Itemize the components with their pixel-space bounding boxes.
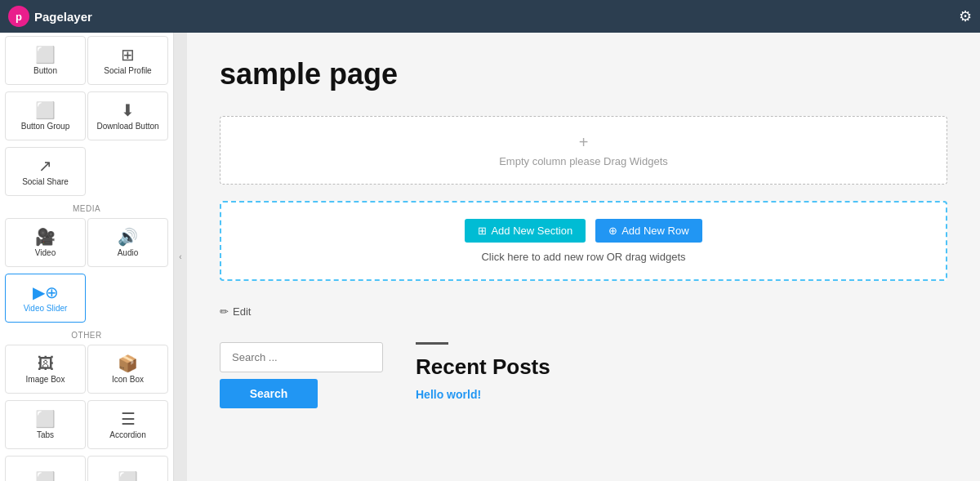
icon-box-icon: 📦: [118, 355, 138, 372]
add-section-buttons: ⊞ Add New Section ⊕ Add New Row: [238, 219, 929, 243]
sidebar-item-label: Video: [35, 248, 56, 257]
sidebar-grid-media: 🎥 Video 🔊 Audio: [0, 215, 173, 270]
logo-text: Pagelayer: [34, 10, 92, 24]
logo: p Pagelayer: [8, 6, 92, 27]
canvas: sample page + Empty column please Drag W…: [187, 33, 980, 481]
sidebar-item-label: Button Group: [21, 122, 69, 131]
sidebar-item-tabs[interactable]: ⬜ Tabs: [5, 400, 86, 449]
add-row-icon: ⊕: [608, 225, 617, 237]
pencil-icon: ✏: [220, 305, 229, 318]
sidebar-item-extra1[interactable]: ⬜: [5, 456, 86, 481]
button-icon: ⬜: [35, 47, 56, 63]
image-box-icon: 🖼: [38, 355, 54, 372]
sidebar-item-label: Accordion: [109, 430, 145, 439]
sidebar-item-label: Download Button: [96, 122, 158, 131]
search-widget: Search: [220, 342, 383, 408]
logo-icon: p: [8, 6, 29, 27]
sidebar-grid-video-slider: ▶⊕ Video Slider: [0, 270, 173, 326]
sidebar-grid-social-share: ↗ Social Share: [0, 144, 173, 199]
recent-posts-link[interactable]: Hello world!: [416, 388, 550, 401]
button-group-icon: ⬜: [35, 102, 56, 118]
sidebar-item-label: Audio: [118, 248, 139, 257]
empty-column-text: Empty column please Drag Widgets: [499, 155, 668, 167]
sidebar-item-label: Social Share: [22, 177, 69, 186]
sidebar-item-image-box[interactable]: 🖼 Image Box: [5, 345, 86, 394]
accordion-icon: ☰: [121, 411, 136, 427]
empty-column[interactable]: + Empty column please Drag Widgets: [220, 116, 947, 185]
social-share-icon: ↗: [38, 158, 52, 174]
sidebar-item-label: Tabs: [37, 430, 54, 439]
sidebar-grid-other: 🖼 Image Box 📦 Icon Box: [0, 341, 173, 397]
video-icon: 🎥: [35, 229, 56, 245]
gear-icon[interactable]: ⚙: [959, 7, 972, 25]
sidebar-grid-tabs: ⬜ Tabs ☰ Accordion: [0, 397, 173, 452]
edit-label[interactable]: ✏ Edit: [220, 305, 947, 318]
add-row-label: Add New Row: [621, 225, 688, 237]
extra1-icon: ⬜: [35, 472, 56, 481]
add-section-area: ⊞ Add New Section ⊕ Add New Row Click he…: [220, 201, 947, 281]
sidebar-item-label: Button: [33, 66, 57, 75]
sidebar-grid-extra: ⬜ ⬜: [0, 452, 173, 481]
sidebar-item-label: Icon Box: [112, 375, 144, 384]
top-bar: p Pagelayer ⚙: [0, 0, 980, 33]
sidebar-item-button[interactable]: ⬜ Button: [5, 36, 86, 85]
add-section-label: Add New Section: [491, 225, 572, 237]
sidebar-item-social-profile[interactable]: ⊞ Social Profile: [87, 36, 168, 85]
sidebar-item-audio[interactable]: 🔊 Audio: [87, 218, 168, 267]
sidebar-item-button-group[interactable]: ⬜ Button Group: [5, 91, 86, 140]
sidebar-item-label: Social Profile: [104, 66, 151, 75]
add-new-row-button[interactable]: ⊕ Add New Row: [595, 219, 702, 243]
video-slider-icon: ▶⊕: [33, 284, 59, 301]
sidebar-item-download-button[interactable]: ⬇ Download Button: [87, 91, 168, 140]
sidebar: ⬜ Button ⊞ Social Profile ⬜ Button Group…: [0, 33, 174, 481]
add-section-hint: Click here to add new row OR drag widget…: [238, 251, 929, 263]
add-new-section-button[interactable]: ⊞ Add New Section: [465, 219, 586, 243]
recent-posts-title: Recent Posts: [416, 354, 550, 380]
sidebar-grid-button-group: ⬜ Button Group ⬇ Download Button: [0, 88, 173, 144]
sidebar-item-accordion[interactable]: ☰ Accordion: [87, 400, 168, 449]
recent-posts-widget: Recent Posts Hello world!: [416, 342, 550, 401]
bottom-widgets: Search Recent Posts Hello world!: [220, 342, 947, 408]
collapse-handle[interactable]: ‹: [174, 33, 187, 481]
sidebar-item-social-share[interactable]: ↗ Social Share: [5, 147, 86, 196]
other-section-label: OTHER: [0, 326, 173, 341]
main-layout: ⬜ Button ⊞ Social Profile ⬜ Button Group…: [0, 33, 980, 481]
sidebar-item-label: Image Box: [26, 375, 65, 384]
sidebar-item-video-slider[interactable]: ▶⊕ Video Slider: [5, 274, 86, 323]
extra2-icon: ⬜: [118, 472, 138, 481]
sidebar-item-extra2[interactable]: ⬜: [87, 456, 168, 481]
download-button-icon: ⬇: [121, 102, 135, 118]
media-section-label: MEDIA: [0, 199, 173, 215]
sidebar-item-label: Video Slider: [24, 304, 68, 313]
plus-icon: +: [237, 133, 930, 152]
audio-icon: 🔊: [118, 229, 138, 245]
sidebar-item-video[interactable]: 🎥 Video: [5, 218, 86, 267]
social-profile-icon: ⊞: [121, 47, 135, 63]
sidebar-grid-buttons: ⬜ Button ⊞ Social Profile: [0, 33, 173, 88]
search-button[interactable]: Search: [220, 379, 318, 408]
tabs-icon: ⬜: [35, 411, 56, 427]
edit-text: Edit: [233, 305, 251, 318]
sidebar-item-icon-box[interactable]: 📦 Icon Box: [87, 345, 168, 394]
search-input[interactable]: [220, 342, 383, 372]
rp-divider: [416, 342, 448, 345]
logo-letter: p: [16, 11, 22, 23]
add-section-icon: ⊞: [478, 225, 487, 237]
page-title: sample page: [220, 57, 947, 91]
